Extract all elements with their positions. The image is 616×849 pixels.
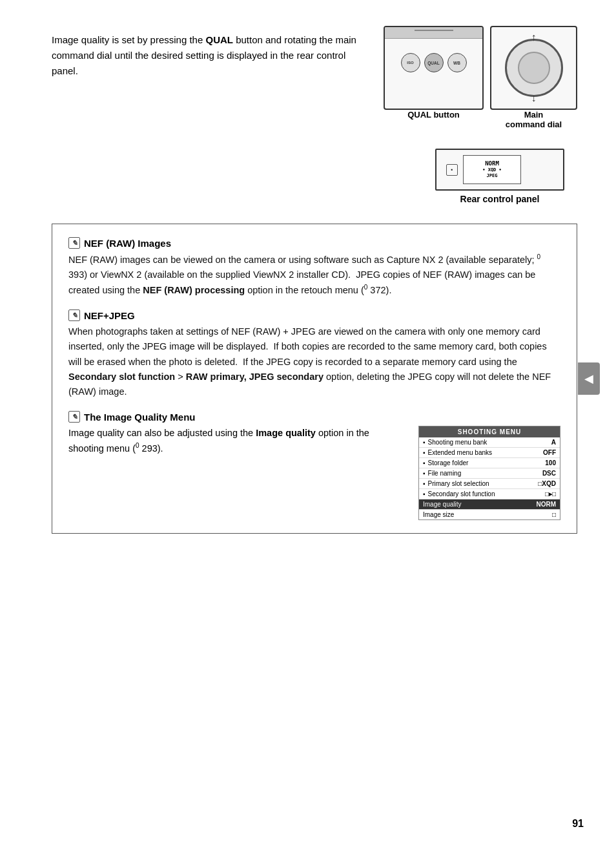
ref2: 0 [364, 284, 368, 291]
rear-panel-container: ▪ NORM • XQD • JPEG Rear control panel [435, 149, 564, 204]
image-quality-menu-section: ✎ The Image Quality Menu Image quality c… [68, 411, 560, 520]
iso-button-diagram: ISO [401, 53, 420, 72]
menu-row-secondary-value: □▸□ [545, 490, 556, 498]
menu-row-size: Image size □ [419, 510, 560, 519]
menu-row-primary-label: Primary slot selection [428, 480, 489, 487]
menu-row-quality-label: Image quality [423, 501, 461, 508]
image-quality-bold: Image quality [256, 428, 316, 438]
nef-jpeg-title-text: NEF+JPEG [84, 310, 135, 321]
menu-row-bank: ▪ Shooting menu bank A [419, 437, 560, 448]
menu-row-extended-left: ▪ Extended menu banks [423, 449, 492, 456]
camera-body-image: ISO QUAL WB [384, 26, 484, 110]
nef-jpeg-section: ✎ NEF+JPEG When photographs taken at set… [68, 309, 560, 399]
menu-row-size-label: Image size [423, 511, 454, 518]
rear-display-jpeg: JPEG [487, 173, 498, 179]
menu-row-file-label: File naming [428, 470, 462, 477]
image-quality-menu-body: Image quality can also be adjusted using… [68, 426, 406, 456]
dial-label: Maincommand dial [490, 110, 577, 129]
dial-inner [518, 52, 550, 84]
menu-row-quality: Image quality NORM [419, 499, 560, 510]
camera-top-bar [385, 27, 482, 39]
rear-panel-section: ▪ NORM • XQD • JPEG Rear control panel [52, 149, 577, 204]
side-tab: ◀ [578, 362, 600, 395]
menu-row-file-left: ▪ File naming [423, 470, 461, 477]
menu-row-extended-value: OFF [543, 449, 556, 456]
qual-label: QUAL button [384, 110, 484, 120]
ref1: 0 [537, 253, 541, 260]
menu-icon-primary: ▪ [423, 480, 426, 487]
shooting-menu-diagram: SHOOTING MENU ▪ Shooting menu bank A ▪ E… [418, 426, 560, 520]
page-number: 91 [572, 818, 584, 830]
menu-icon-storage: ▪ [423, 459, 426, 466]
diagrams-column: ISO QUAL WB QUAL button ↑ [384, 26, 577, 129]
image-quality-menu-title-text: The Image Quality Menu [84, 412, 196, 423]
menu-row-primary-value: □XQD [538, 480, 556, 487]
shooting-menu-header: SHOOTING MENU [419, 426, 560, 437]
camera-diagrams: ISO QUAL WB QUAL button ↑ [384, 26, 577, 129]
nef-raw-body: NEF (RAW) images can be viewed on the ca… [68, 252, 560, 298]
intro-body: Image quality is set by pressing the QUA… [52, 34, 356, 76]
side-tab-icon: ◀ [584, 372, 593, 386]
menu-row-storage-value: 100 [545, 459, 556, 466]
image-quality-menu-title: ✎ The Image Quality Menu [68, 411, 560, 423]
camera-buttons-row: ISO QUAL WB [385, 39, 482, 72]
rear-panel-diagram: ▪ NORM • XQD • JPEG [435, 149, 564, 191]
menu-row-bank-left: ▪ Shooting menu bank [423, 439, 487, 446]
menu-row-primary: ▪ Primary slot selection □XQD [419, 479, 560, 489]
qual-bold: QUAL [205, 34, 233, 45]
menu-row-storage-label: Storage folder [428, 459, 469, 466]
menu-row-secondary: ▪ Secondary slot function □▸□ [419, 489, 560, 499]
dial-diagram: ↑ ↓ [490, 26, 577, 110]
nef-raw-section: ✎ NEF (RAW) Images NEF (RAW) images can … [68, 237, 560, 298]
rear-icon: ▪ [446, 164, 458, 176]
menu-icon-camera: ▪ [423, 439, 426, 446]
rear-display: NORM • XQD • JPEG [463, 155, 521, 184]
menu-row-primary-left: ▪ Primary slot selection [423, 480, 489, 487]
ref3: 0 [136, 442, 139, 449]
rear-display-xqd: • XQD • [482, 167, 502, 173]
image-quality-menu-icon: ✎ [68, 411, 80, 423]
menu-row-file: ▪ File naming DSC [419, 468, 560, 479]
rear-panel-label: Rear control panel [460, 194, 540, 204]
menu-row-secondary-label: Secondary slot function [428, 490, 495, 498]
menu-row-storage-left: ▪ Storage folder [423, 459, 468, 466]
nef-jpeg-body: When photographs taken at settings of NE… [68, 324, 560, 399]
bottom-note-section: Image quality can also be adjusted using… [68, 426, 560, 520]
menu-row-quality-value: NORM [536, 501, 556, 508]
menu-row-storage: ▪ Storage folder 100 [419, 458, 560, 468]
camera-body-diagram: ISO QUAL WB QUAL button [384, 26, 484, 120]
raw-primary-bold: RAW primary, JPEG secondary [186, 372, 323, 382]
nef-raw-title-text: NEF (RAW) Images [84, 238, 171, 249]
wb-button-diagram: WB [447, 53, 467, 72]
nef-jpeg-title: ✎ NEF+JPEG [68, 309, 560, 321]
dial-circle: ↑ ↓ [505, 39, 563, 97]
menu-icon-secondary: ▪ [423, 490, 426, 498]
menu-row-file-value: DSC [542, 470, 556, 477]
dial-label-text: Maincommand dial [506, 110, 562, 129]
menu-icon-ext: ▪ [423, 449, 426, 456]
menu-icon-file: ▪ [423, 470, 426, 477]
intro-text: Image quality is set by pressing the QUA… [52, 26, 364, 79]
nef-jpeg-icon: ✎ [68, 309, 80, 321]
secondary-slot-bold: Secondary slot function [68, 372, 175, 382]
nef-raw-processing-bold: NEF (RAW) processing [143, 285, 245, 295]
menu-row-bank-value: A [551, 439, 556, 446]
menu-row-extended-label: Extended menu banks [428, 449, 493, 456]
nef-raw-icon: ✎ [68, 237, 80, 249]
note-box: ◀ ✎ NEF (RAW) Images NEF (RAW) images ca… [52, 224, 577, 534]
top-section: Image quality is set by pressing the QUA… [52, 26, 577, 129]
menu-row-size-value: □ [552, 511, 556, 518]
rear-display-norm: NORM [485, 160, 499, 168]
menu-row-secondary-left: ▪ Secondary slot function [423, 490, 495, 498]
page-container: Image quality is set by pressing the QUA… [0, 0, 616, 849]
menu-row-extended: ▪ Extended menu banks OFF [419, 448, 560, 458]
dial-diagram-container: ↑ ↓ Maincommand dial [490, 26, 577, 129]
dial-arrow-top-icon: ↑ [531, 32, 537, 43]
qual-button-diagram: QUAL [424, 53, 444, 72]
nef-raw-title: ✎ NEF (RAW) Images [68, 237, 560, 249]
menu-row-bank-label: Shooting menu bank [428, 439, 488, 446]
dial-arrow-bottom-icon: ↓ [531, 92, 537, 104]
